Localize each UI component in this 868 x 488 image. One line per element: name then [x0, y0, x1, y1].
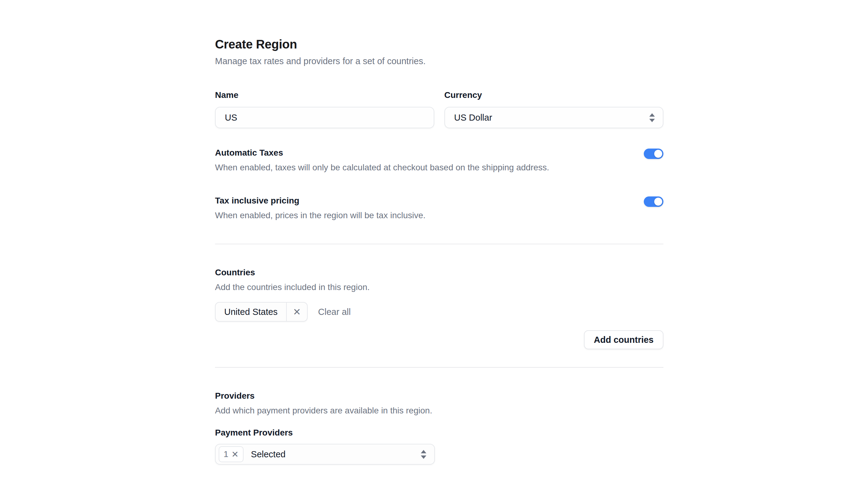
name-input[interactable]	[215, 107, 434, 128]
country-chip-label: United States	[216, 303, 286, 321]
country-chip: United States ✕	[215, 302, 308, 322]
clear-selection-button[interactable]: ✕	[231, 449, 239, 459]
create-region-form: Create Region Manage tax rates and provi…	[215, 0, 663, 465]
selected-count-badge: 1 ✕	[219, 446, 244, 462]
chevron-up-down-icon	[421, 450, 426, 459]
page-title: Create Region	[215, 37, 663, 51]
page-subtitle: Manage tax rates and providers for a set…	[215, 56, 663, 66]
selected-count: 1	[224, 449, 228, 459]
countries-section: Countries Add the countries included in …	[215, 268, 663, 349]
tax-inclusive-row: Tax inclusive pricing When enabled, pric…	[215, 196, 663, 220]
tax-inclusive-texts: Tax inclusive pricing When enabled, pric…	[215, 196, 426, 220]
payment-providers-label: Payment Providers	[215, 428, 663, 438]
payment-select-value: Selected	[251, 449, 421, 459]
providers-heading: Providers	[215, 391, 663, 401]
countries-heading: Countries	[215, 268, 663, 278]
x-icon: ✕	[231, 450, 239, 459]
clear-all-button[interactable]: Clear all	[318, 307, 350, 317]
tax-inclusive-label: Tax inclusive pricing	[215, 196, 426, 206]
selected-countries-row: United States ✕ Clear all	[215, 302, 663, 322]
automatic-taxes-label: Automatic Taxes	[215, 148, 549, 158]
section-divider	[215, 367, 663, 368]
name-label: Name	[215, 90, 434, 100]
add-countries-row: Add countries	[215, 330, 663, 349]
currency-select-value: US Dollar	[454, 113, 492, 123]
chevron-up-down-icon	[649, 113, 655, 122]
tax-inclusive-toggle[interactable]	[644, 196, 663, 207]
providers-section: Providers Add which payment providers ar…	[215, 391, 663, 465]
x-icon: ✕	[293, 306, 301, 318]
toggle-knob	[654, 198, 662, 206]
add-countries-button[interactable]: Add countries	[584, 330, 663, 349]
countries-description: Add the countries included in this regio…	[215, 282, 663, 292]
remove-country-button[interactable]: ✕	[286, 303, 307, 321]
tax-inclusive-description: When enabled, prices in the region will …	[215, 210, 426, 220]
providers-description: Add which payment providers are availabl…	[215, 406, 663, 415]
currency-select[interactable]: US Dollar	[444, 107, 664, 128]
automatic-taxes-description: When enabled, taxes will only be calcula…	[215, 163, 549, 172]
automatic-taxes-texts: Automatic Taxes When enabled, taxes will…	[215, 148, 549, 172]
automatic-taxes-toggle[interactable]	[644, 148, 663, 159]
toggle-knob	[654, 150, 662, 158]
currency-label: Currency	[444, 90, 664, 100]
name-field-group: Name	[215, 90, 434, 128]
currency-field-group: Currency US Dollar	[444, 90, 664, 128]
automatic-taxes-row: Automatic Taxes When enabled, taxes will…	[215, 148, 663, 172]
section-divider	[215, 244, 663, 244]
name-currency-row: Name Currency US Dollar	[215, 90, 663, 128]
payment-providers-select[interactable]: 1 ✕ Selected	[215, 444, 435, 465]
